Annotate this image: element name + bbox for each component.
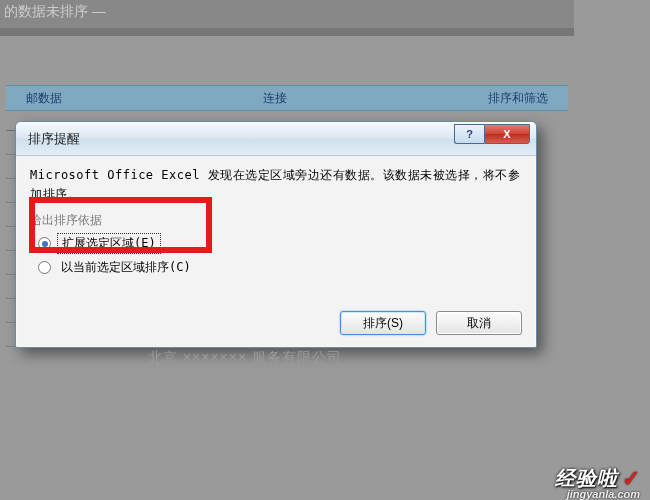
dialog-titlebar[interactable]: 排序提醒 ? X: [16, 122, 536, 156]
radio-current-selection[interactable]: 以当前选定区域排序(C): [38, 258, 522, 277]
dialog-button-row: 排序(S) 取消: [340, 311, 522, 335]
radio-icon: [38, 261, 51, 274]
group-label: 给出排序依据: [30, 212, 522, 229]
cancel-button-label: 取消: [467, 315, 491, 332]
dialog-title: 排序提醒: [28, 130, 80, 148]
cancel-button[interactable]: 取消: [436, 311, 522, 335]
close-button[interactable]: X: [484, 124, 530, 144]
bg-title-text: 的数据未排序 —: [4, 3, 106, 19]
help-icon: ?: [466, 128, 473, 140]
dialog-message: Microsoft Office Excel 发现在选定区域旁边还有数据。该数据…: [30, 166, 522, 204]
window-buttons: ? X: [454, 124, 530, 144]
help-button[interactable]: ?: [454, 124, 484, 144]
radio-expand-label: 扩展选定区域(E): [57, 233, 161, 254]
dialog-body: Microsoft Office Excel 发现在选定区域旁边还有数据。该数据…: [16, 156, 536, 277]
sort-button-label: 排序(S): [363, 315, 403, 332]
ribbon-center: 连接: [263, 90, 287, 107]
background-ribbon: 邮数据 连接 排序和筛选: [6, 85, 568, 111]
sort-warning-dialog: 排序提醒 ? X Microsoft Office Excel 发现在选定区域旁…: [15, 121, 537, 348]
screenshot-region: 的数据未排序 — 邮数据 连接 排序和筛选 排序提醒 ? X: [0, 0, 574, 392]
ribbon-right: 排序和筛选: [488, 90, 548, 107]
radio-current-label: 以当前选定区域排序(C): [57, 258, 195, 277]
radio-expand-selection[interactable]: 扩展选定区域(E): [38, 233, 522, 254]
background-blurred-row: 北京 ××××××× 服务有限公司: [148, 349, 342, 367]
radio-icon: [38, 237, 51, 250]
background-separator: [0, 28, 574, 36]
sort-button[interactable]: 排序(S): [340, 311, 426, 335]
ribbon-left: 邮数据: [26, 90, 62, 107]
radio-group: 给出排序依据 扩展选定区域(E) 以当前选定区域排序(C): [30, 212, 522, 277]
watermark-domain: jingyanla.com: [567, 488, 640, 500]
background-window-title: 的数据未排序 —: [0, 0, 574, 28]
close-icon: X: [503, 128, 510, 140]
